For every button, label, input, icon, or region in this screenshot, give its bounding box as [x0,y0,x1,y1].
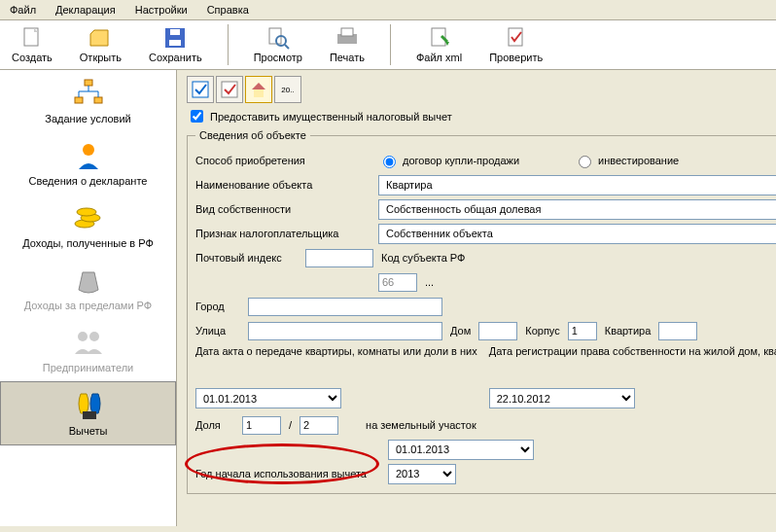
sub-toolbar: 20.. [187,76,766,103]
year-start-label: Год начала использования вычета [195,468,380,479]
create-label: Создать [12,52,53,63]
declarant-label: Сведения о декларанте [29,175,148,187]
preview-button[interactable]: Просмотр [250,24,306,65]
open-label: Открыть [80,52,122,63]
svg-point-19 [77,208,96,216]
magnify-doc-icon [266,26,290,50]
year-badge: 20.. [281,86,294,94]
sidebar-item-conditions[interactable]: Задание условий [0,70,176,132]
fieldset-legend: Сведения об объекте [195,129,310,141]
hierarchy-icon [73,78,104,109]
xml-button[interactable]: Файл xml [412,24,466,65]
svg-point-16 [83,144,94,156]
sidebar-item-income-abroad[interactable]: Доходы за пределами РФ [0,257,176,319]
coins-icon [73,202,104,233]
corpus-input[interactable] [568,322,597,340]
date-land-select[interactable]: 01.01.2013 [388,440,534,460]
open-button[interactable]: Открыть [76,24,125,65]
ownership-label: Вид собственности [195,203,370,215]
people-icon [73,327,104,358]
vase-calc-icon [73,390,104,421]
radio-investing[interactable]: инвестирование [574,153,679,168]
xml-label: Файл xml [416,52,462,63]
provide-deduction-label: Предоставить имущественный налоговый выч… [210,111,452,123]
acq-method-label: Способ приобретения [195,155,370,166]
house-label: Дом [450,325,471,337]
subtab-losses[interactable]: 20.. [274,76,301,103]
menu-settings[interactable]: Настройки [129,2,194,18]
postal-label: Почтовый индекс [195,252,298,264]
entrepreneur-label: Предприниматели [43,362,133,373]
region-code-label: Код субъекта РФ [381,252,465,264]
svg-line-7 [285,45,289,49]
street-label: Улица [195,325,240,337]
sidebar-item-declarant[interactable]: Сведения о декларанте [0,132,176,195]
save-label: Сохранить [149,52,202,63]
taxpayer-label: Признак налогоплательщика [195,228,370,239]
money-bag-icon [73,265,104,296]
svg-point-20 [78,332,88,341]
print-button[interactable]: Печать [326,24,369,65]
print-label: Печать [330,52,365,63]
investing-text: инвестирование [598,155,679,166]
obj-name-label: Наименование объекта [195,179,370,191]
share-numerator-input[interactable] [242,416,281,435]
region-code-input[interactable] [378,273,417,292]
svg-rect-23 [193,82,208,97]
street-input[interactable] [248,322,442,340]
folder-open-icon [88,26,112,50]
svg-rect-12 [509,28,522,46]
share-slash: / [289,419,292,431]
create-button[interactable]: Создать [8,24,56,65]
subtab-social[interactable] [216,76,243,103]
svg-rect-14 [75,97,83,103]
xml-file-icon [428,26,451,50]
svg-rect-15 [94,97,102,103]
main-toolbar: Создать Открыть Сохранить Просмотр Печат… [0,20,776,70]
svg-rect-9 [341,28,353,36]
menu-file[interactable]: Файл [4,2,42,18]
sidebar-item-entrepreneur[interactable]: Предприниматели [0,319,176,381]
postal-input[interactable] [305,249,373,267]
menu-bar: Файл Декларация Настройки Справка [0,0,776,20]
svg-rect-24 [222,82,237,97]
ownership-select[interactable]: Собственность общая долевая [378,199,776,220]
sidebar-item-deductions[interactable]: Вычеты [0,381,176,445]
house-icon [250,81,267,98]
income-abroad-label: Доходы за пределами РФ [24,300,152,311]
menu-help[interactable]: Справка [201,2,255,18]
date-reg-label: Дата регистрации права собственности на … [489,345,776,384]
year-start-select[interactable]: 2013 [388,464,456,484]
object-info-fieldset: Сведения об объекте Способ приобретения … [187,129,776,494]
deductions-label: Вычеты [69,425,108,437]
svg-rect-4 [170,29,180,35]
sidebar-item-income-rf[interactable]: Доходы, полученные в РФ [0,195,176,257]
radio-sale-contract[interactable]: договор купли-продажи [378,153,519,168]
svg-rect-26 [254,89,264,97]
svg-marker-25 [252,83,265,89]
date-reg-select[interactable]: 22.10.2012 [489,388,635,408]
save-button[interactable]: Сохранить [145,24,206,65]
obj-name-select[interactable]: Квартира [378,175,776,195]
apt-input[interactable] [658,322,697,340]
menu-declaration[interactable]: Декларация [50,2,122,18]
provide-deduction-checkbox[interactable] [191,110,203,123]
svg-point-21 [89,332,99,341]
taxpayer-select[interactable]: Собственник объекта [378,224,776,244]
date-act-select[interactable]: 01.01.2013 [195,388,341,408]
share-denominator-input[interactable] [300,416,338,435]
form-check-icon [192,81,209,98]
preview-label: Просмотр [254,52,302,63]
subtab-standard[interactable] [187,76,214,103]
new-file-icon [20,26,44,50]
city-input[interactable] [248,298,442,316]
svg-rect-22 [83,411,96,419]
house-input[interactable] [478,322,517,340]
check-doc-icon [505,26,528,50]
subtab-property[interactable] [245,76,272,103]
corpus-label: Корпус [525,325,559,337]
main-panel: 20.. Предоставить имущественный налоговы… [177,70,776,526]
check-button[interactable]: Проверить [485,24,547,65]
printer-icon [335,26,359,50]
date-act-label: Дата акта о передаче квартиры, комнаты и… [195,345,477,384]
